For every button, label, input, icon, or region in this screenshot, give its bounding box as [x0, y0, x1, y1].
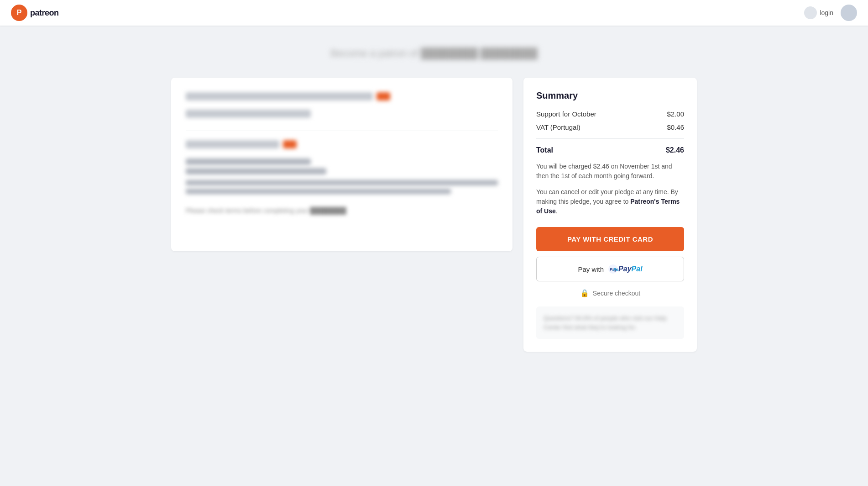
paypal-logo: Pay Pal PayPal [607, 264, 642, 275]
bl-4 [186, 189, 451, 194]
secure-checkout-area: 🔒 Secure checkout [536, 289, 684, 297]
blurred-sub-1 [186, 110, 311, 118]
blurred-badge-1 [376, 92, 390, 100]
header: P patreon login [0, 0, 868, 26]
secure-checkout-label: Secure checkout [593, 290, 640, 297]
page-title-area: Become a patron of ████████ ████████ [171, 48, 697, 59]
login-label: login [820, 9, 833, 16]
total-row: Total $2.46 [536, 146, 684, 154]
total-label: Total [536, 146, 553, 154]
summary-panel: Summary Support for October $2.00 VAT (P… [523, 78, 697, 352]
blurred-para [186, 158, 498, 174]
footer-note: Please check terms before completing you… [186, 207, 498, 214]
summary-title: Summary [536, 90, 684, 101]
support-value: $2.00 [667, 110, 684, 118]
paypal-pal-text: Pal [632, 265, 643, 273]
main-content: Become a patron of ████████ ████████ [160, 26, 708, 374]
support-row: Support for October $2.00 [536, 110, 684, 118]
title-row-2 [186, 140, 498, 153]
logo-area[interactable]: P patreon [11, 5, 59, 21]
paypal-icon: Pay Pal [607, 264, 618, 275]
paypal-prefix-text: Pay with [578, 265, 604, 273]
content-grid: Please check terms before completing you… [171, 78, 697, 352]
title-row-1 [186, 92, 498, 105]
support-label: Support for October [536, 110, 596, 118]
bl-1 [186, 158, 311, 165]
terms-end: . [556, 207, 558, 215]
blurred-title-2 [186, 140, 279, 148]
terms-notice: You can cancel or edit your pledge at an… [536, 187, 684, 216]
header-right: login [804, 5, 857, 21]
paypal-pay-text: Pay [618, 265, 631, 273]
bl-2 [186, 168, 326, 174]
vat-label: VAT (Portugal) [536, 123, 580, 131]
blurred-para-2 [186, 180, 498, 194]
divider-1 [186, 131, 498, 131]
user-avatar[interactable] [841, 5, 857, 21]
charge-notice: You will be charged $2.46 on November 1s… [536, 162, 684, 181]
login-nav[interactable]: login [804, 6, 833, 19]
vat-value: $0.46 [667, 123, 684, 131]
section-2 [186, 140, 498, 194]
lock-icon: 🔒 [580, 289, 589, 297]
total-value: $2.46 [666, 146, 684, 154]
left-panel: Please check terms before completing you… [171, 78, 512, 251]
section-1 [186, 92, 498, 118]
questions-section: Questions? 94.8% of people who visit our… [536, 306, 684, 339]
logo-icon: P [11, 5, 27, 21]
questions-text: Questions? 94.8% of people who visit our… [544, 314, 677, 332]
pay-credit-card-button[interactable]: PAY WITH CREDIT CARD [536, 227, 684, 251]
avatar-small [804, 6, 817, 19]
svg-text:Pal: Pal [613, 267, 618, 272]
blurred-title-1 [186, 92, 373, 100]
vat-row: VAT (Portugal) $0.46 [536, 123, 684, 131]
logo-text: patreon [30, 8, 59, 18]
summary-divider [536, 138, 684, 139]
bl-3 [186, 180, 498, 185]
page-title: Become a patron of ████████ ████████ [330, 48, 538, 59]
blurred-badge-2 [283, 140, 297, 148]
pay-paypal-button[interactable]: Pay with Pay Pal PayPal [536, 257, 684, 281]
